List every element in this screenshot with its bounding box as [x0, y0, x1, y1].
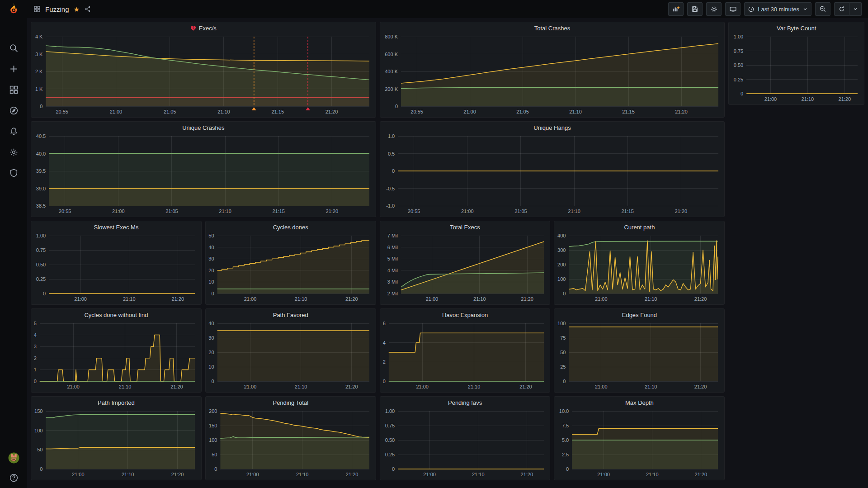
panel-header[interactable]: Path Imported	[31, 397, 201, 408]
chart-var-byte-count[interactable]: 00.250.500.751.0021:0021:1021:20	[729, 34, 864, 104]
chart-slowest-exec-ms[interactable]: 00.250.500.751.0021:0021:1021:20	[31, 233, 201, 304]
chart-total-crashes[interactable]: 0200 K400 K600 K800 K20:5521:0021:0521:1…	[380, 34, 725, 117]
panel-chart-area[interactable]: 024621:0021:1021:20	[380, 321, 550, 392]
svg-text:21:20: 21:20	[521, 296, 533, 302]
panel-chart-area[interactable]: 2 Mil3 Mil4 Mil5 Mil6 Mil7 Mil21:0021:10…	[380, 233, 550, 304]
svg-text:21:20: 21:20	[345, 384, 358, 389]
dashboard-title[interactable]: Fuzzing	[45, 5, 69, 13]
panel-chart-area[interactable]: -1.0-0.500.51.020:5521:0021:0521:1021:15…	[380, 133, 725, 217]
panel-header[interactable]: Path Favored	[206, 309, 376, 321]
panel-header[interactable]: Unique Crashes	[31, 122, 376, 133]
dashboard-settings-button[interactable]	[706, 2, 722, 16]
panel-chart-area[interactable]: 38.539.039.540.040.520:5521:0021:0521:10…	[31, 133, 376, 217]
svg-text:1.00: 1.00	[734, 34, 743, 39]
svg-text:21:00: 21:00	[72, 472, 85, 477]
panel-chart-area[interactable]: 05010015020021:0021:1021:20	[206, 408, 376, 480]
cycle-view-mode-button[interactable]	[725, 2, 741, 16]
svg-text:21:00: 21:00	[598, 472, 610, 477]
panel-chart-area[interactable]: 00.250.500.751.0021:0021:1021:20	[380, 408, 550, 480]
panel-chart-area[interactable]: 01020304021:0021:1021:20	[206, 321, 376, 392]
dashboards-grid-icon[interactable]	[33, 5, 41, 13]
svg-text:0: 0	[563, 379, 566, 384]
explore-compass-icon[interactable]	[9, 106, 19, 115]
chart-exec-s[interactable]: 01 K2 K3 K4 K20:5521:0021:0521:1021:1521…	[31, 34, 376, 117]
panel-chart-area[interactable]: 05010015021:0021:1021:20	[31, 408, 201, 480]
grafana-logo[interactable]	[0, 3, 27, 15]
svg-text:0: 0	[34, 379, 37, 384]
panel-header[interactable]: Total Execs	[380, 221, 550, 233]
svg-text:0.25: 0.25	[734, 77, 743, 82]
dashboards-icon[interactable]	[9, 85, 19, 95]
panel-chart-area[interactable]: 00.250.500.751.0021:0021:1021:20	[31, 233, 201, 304]
panel-title: Total Execs	[450, 224, 480, 231]
svg-text:21:10: 21:10	[568, 208, 580, 214]
svg-text:0: 0	[741, 91, 743, 96]
svg-text:21:20: 21:20	[519, 384, 532, 389]
panel-header[interactable]: Pending favs	[380, 397, 550, 408]
chart-cycles-done-without-find[interactable]: 01234521:0021:1021:20	[31, 321, 201, 392]
chart-havoc-expansion[interactable]: 024621:0021:1021:20	[380, 321, 550, 392]
panel-chart-area[interactable]: 0200 K400 K600 K800 K20:5521:0021:0521:1…	[380, 34, 725, 117]
svg-text:50: 50	[212, 452, 217, 457]
refresh-icon	[838, 5, 845, 13]
chart-total-execs[interactable]: 2 Mil3 Mil4 Mil5 Mil6 Mil7 Mil21:0021:10…	[380, 233, 550, 304]
chart-unique-hangs[interactable]: -1.0-0.500.51.020:5521:0021:0521:1021:15…	[380, 133, 725, 217]
panel-header[interactable]: Unique Hangs	[380, 122, 725, 133]
panel-chart-area[interactable]: 01 K2 K3 K4 K20:5521:0021:0521:1021:1521…	[31, 34, 376, 117]
chart-edges-found[interactable]: 025507510021:0021:1021:20	[554, 321, 724, 392]
panel-chart-area[interactable]: 01234521:0021:1021:20	[31, 321, 201, 392]
time-range-picker[interactable]: Last 30 minutes	[744, 2, 811, 16]
svg-text:6: 6	[382, 321, 385, 326]
panel-chart-area[interactable]: 02.55.07.510.021:0021:1021:20	[554, 408, 724, 480]
chart-pending-favs[interactable]: 00.250.500.751.0021:0021:1021:20	[380, 408, 550, 480]
svg-text:0: 0	[563, 291, 566, 296]
save-dashboard-button[interactable]	[687, 2, 703, 16]
panel-header[interactable]: Max Depth	[554, 397, 724, 408]
panel-chart-area[interactable]: 025507510021:0021:1021:20	[554, 321, 724, 392]
svg-text:21:20: 21:20	[326, 208, 339, 214]
chart-path-imported[interactable]: 05010015021:0021:1021:20	[31, 408, 201, 480]
user-avatar[interactable]	[8, 452, 20, 464]
refresh-interval-dropdown[interactable]	[849, 2, 862, 16]
panel-chart-area[interactable]: 00.250.500.751.0021:0021:1021:20	[729, 34, 864, 104]
panel-header[interactable]: Edges Found	[554, 309, 724, 321]
alerting-bell-icon[interactable]	[9, 127, 19, 136]
add-panel-button[interactable]	[668, 2, 684, 16]
favorite-star-icon[interactable]: ★	[74, 6, 80, 13]
search-icon[interactable]	[9, 43, 19, 53]
svg-text:0.5: 0.5	[388, 151, 395, 156]
panel-header[interactable]: Pending Total	[206, 397, 376, 408]
svg-text:21:05: 21:05	[516, 109, 529, 114]
panel-header[interactable]: Havoc Expansion	[380, 309, 550, 321]
panel-header[interactable]: Var Byte Count	[729, 22, 864, 34]
svg-text:30: 30	[208, 256, 214, 261]
configuration-gear-icon[interactable]	[9, 147, 19, 157]
panel-header[interactable]: Total Crashes	[380, 22, 725, 34]
panel-header[interactable]: Slowest Exec Ms	[31, 221, 201, 233]
share-icon[interactable]	[84, 5, 91, 13]
svg-text:0.25: 0.25	[385, 452, 394, 457]
panel-header[interactable]: Exec/s	[31, 22, 376, 34]
panel-title: Unique Crashes	[182, 124, 224, 131]
help-icon[interactable]	[9, 473, 19, 483]
chart-max-depth[interactable]: 02.55.07.510.021:0021:1021:20	[554, 408, 724, 480]
refresh-button[interactable]	[834, 2, 849, 16]
svg-text:10: 10	[208, 279, 214, 284]
chart-unique-crashes[interactable]: 38.539.039.540.040.520:5521:0021:0521:10…	[31, 133, 376, 217]
svg-text:21:00: 21:00	[461, 208, 474, 214]
chart-path-favored[interactable]: 01020304021:0021:1021:20	[206, 321, 376, 392]
chart-cycles-dones[interactable]: 0102030405021:0021:1021:20	[206, 233, 376, 304]
panel-chart-area[interactable]: 0102030405021:0021:1021:20	[206, 233, 376, 304]
server-admin-shield-icon[interactable]	[9, 168, 19, 178]
panel-header[interactable]: Cycles dones	[206, 221, 376, 233]
create-plus-icon[interactable]	[9, 64, 19, 74]
chart-curent-path[interactable]: 010020030040021:0021:1021:20	[554, 233, 724, 304]
svg-text:3 K: 3 K	[35, 52, 43, 57]
svg-text:21:10: 21:10	[122, 472, 134, 477]
zoom-out-button[interactable]	[815, 2, 830, 16]
chart-pending-total[interactable]: 05010015020021:0021:1021:20	[206, 408, 376, 480]
svg-text:0.50: 0.50	[36, 262, 46, 267]
panel-header[interactable]: Curent path	[554, 221, 724, 233]
panel-header[interactable]: Cycles done without find	[31, 309, 201, 321]
panel-chart-area[interactable]: 010020030040021:0021:1021:20	[554, 233, 724, 304]
